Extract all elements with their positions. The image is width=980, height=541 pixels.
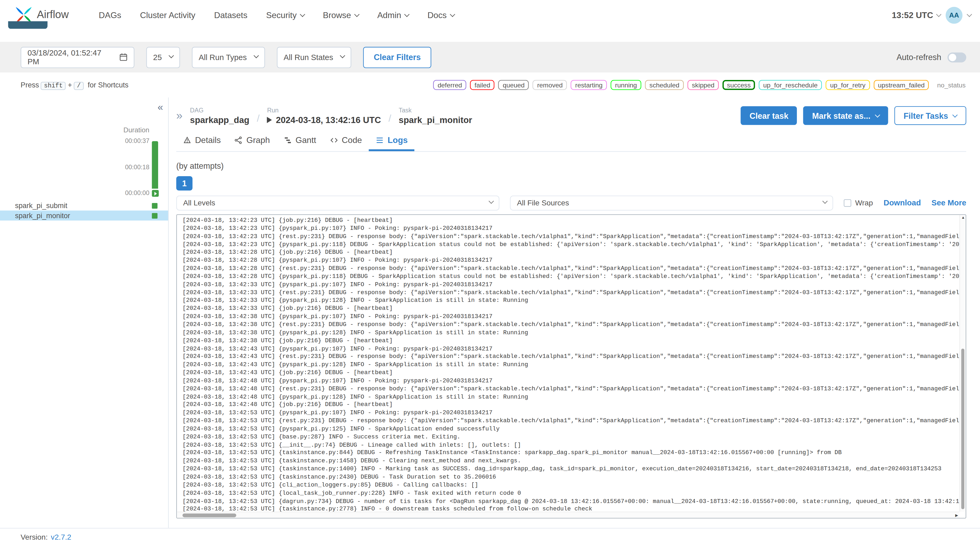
nav-item-label: Security [266, 10, 297, 20]
nav-item[interactable]: Datasets [214, 10, 247, 20]
chevron-down-icon [936, 11, 942, 17]
clock-dropdown[interactable]: 13:52 UTC [892, 10, 940, 20]
status-badge[interactable]: queued [498, 80, 529, 90]
run-states-select[interactable]: All Run States [277, 46, 351, 68]
log-line: [2024-03-18, 13:42:53 UTC] {taskinstance… [183, 474, 959, 482]
log-line: [2024-03-18, 13:42:53 UTC] {pyspark_pi.p… [183, 425, 959, 433]
version-link[interactable]: v2.7.2 [51, 533, 71, 541]
calendar-icon [119, 53, 127, 61]
see-more-link[interactable]: See More [932, 199, 966, 207]
log-line: [2024-03-18, 13:42:53 UTC] {taskinstance… [183, 449, 959, 457]
nav-item[interactable]: DAGs [99, 10, 121, 20]
task-name-link[interactable]: spark_pi_monitor [399, 115, 472, 125]
chevron-down-icon[interactable] [967, 11, 972, 17]
status-badge[interactable]: success [723, 80, 755, 90]
shortcut-plus: + [68, 81, 72, 88]
scroll-up-arrow-icon[interactable]: ▲ [960, 215, 966, 219]
run-states-value: All Run States [283, 53, 333, 62]
log-line: [2024-03-18, 13:42:53 UTC] {pyspark_pi.p… [183, 409, 959, 417]
vertical-scrollbar[interactable]: ▲ [959, 215, 966, 512]
base-date-input[interactable]: 03/18/2024, 01:52:47 PM [21, 46, 135, 68]
gantt-icon [283, 136, 292, 145]
tab-code[interactable]: Code [323, 131, 369, 151]
task-status-square[interactable] [152, 213, 158, 218]
run-name-link[interactable]: 2024-03-18, 13:42:16 UTC [267, 115, 381, 125]
run-label: Run [267, 107, 381, 114]
status-badge[interactable]: up_for_retry [826, 80, 870, 90]
filter-bar: 03/18/2024, 01:52:47 PM 25 All Run Types… [0, 42, 980, 73]
nav-item-label: Datasets [214, 10, 247, 20]
task-name: spark_pi_monitor [0, 212, 70, 219]
tab-gantt-label: Gantt [296, 135, 316, 145]
log-levels-value: All Levels [183, 199, 215, 207]
breadcrumb-task: Task spark_pi_monitor [399, 107, 472, 125]
horizontal-scrollbar[interactable]: ▶ [177, 512, 959, 518]
tab-graph[interactable]: Graph [228, 131, 277, 151]
cropped-button-fragment[interactable] [8, 21, 48, 29]
status-badge[interactable]: skipped [687, 80, 719, 90]
dag-run-duration-bar[interactable] [152, 141, 158, 189]
status-badge[interactable]: removed [533, 80, 567, 90]
tab-gantt[interactable]: Gantt [277, 131, 323, 151]
task-status-square[interactable] [152, 203, 158, 208]
nav-item[interactable]: Docs [427, 10, 454, 20]
status-badge[interactable]: deferred [433, 80, 466, 90]
mark-state-as-button[interactable]: Mark state as... [803, 106, 888, 125]
status-badge[interactable]: failed [470, 80, 495, 90]
log-line: [2024-03-18, 13:42:38 UTC] {rest.py:231}… [183, 321, 959, 329]
log-line: [2024-03-18, 13:42:43 UTC] {pyspark_pi.p… [183, 345, 959, 353]
tab-logs[interactable]: Logs [369, 131, 415, 151]
download-link[interactable]: Download [883, 199, 921, 207]
clear-task-button[interactable]: Clear task [741, 106, 797, 125]
filter-tasks-label: Filter Tasks [904, 111, 948, 120]
page-size-select[interactable]: 25 [146, 46, 180, 68]
expand-panel-button[interactable]: » [176, 110, 183, 121]
code-icon [330, 136, 338, 145]
log-line: [2024-03-18, 13:42:28 UTC] {pyspark_pi.p… [183, 273, 959, 281]
scroll-right-arrow-icon[interactable]: ▶ [955, 513, 958, 517]
log-line: [2024-03-18, 13:42:28 UTC] {pyspark_pi.p… [183, 257, 959, 265]
attempt-1-button[interactable]: 1 [176, 176, 192, 191]
log-lines: [2024-03-18, 13:42:23 UTC] {job.py:216} … [177, 215, 959, 512]
task-row[interactable]: spark_pi_submit [0, 200, 168, 211]
clear-filters-button[interactable]: Clear Filters [363, 46, 431, 68]
run-types-select[interactable]: All Run Types [192, 46, 265, 68]
nav-item[interactable]: Security [266, 10, 304, 20]
page-size-value: 25 [153, 53, 162, 62]
status-badge[interactable]: upstream_failed [874, 80, 929, 90]
by-attempts-label: (by attempts) [176, 161, 966, 170]
auto-refresh-toggle[interactable] [948, 52, 966, 62]
vertical-scrollbar-thumb[interactable] [961, 348, 964, 509]
mark-state-label: Mark state as... [812, 111, 870, 120]
dag-run-status-square[interactable] [152, 190, 159, 197]
status-badge[interactable]: scheduled [645, 80, 684, 90]
task-label: Task [399, 107, 472, 114]
file-sources-select[interactable]: All File Sources [510, 196, 833, 210]
log-line: [2024-03-18, 13:42:48 UTC] {pyspark_pi.p… [183, 393, 959, 401]
status-badge[interactable]: running [611, 80, 641, 90]
run-duration-chart: Duration 00:00:37 00:00:18 00:00:00 [0, 97, 168, 200]
slash-key: / [74, 81, 84, 90]
content: « Duration 00:00:37 00:00:18 00:00:00 sp… [0, 97, 980, 528]
dag-name-link[interactable]: sparkapp_dag [190, 115, 249, 125]
status-badge[interactable]: restarting [571, 80, 607, 90]
nav-item[interactable]: Admin [377, 10, 409, 20]
status-badge[interactable]: no_status [933, 80, 966, 90]
nav-item[interactable]: Browse [323, 10, 359, 20]
nav-item-label: DAGs [99, 10, 121, 20]
tab-details[interactable]: Details [176, 131, 228, 151]
breadcrumb-run: Run 2024-03-18, 13:42:16 UTC [267, 107, 381, 125]
log-line: [2024-03-18, 13:42:43 UTC] {pyspark_pi.p… [183, 361, 959, 369]
navbar-right: 13:52 UTC AA [892, 6, 971, 23]
filter-tasks-button[interactable]: Filter Tasks [894, 106, 966, 125]
horizontal-scrollbar-thumb[interactable] [183, 514, 236, 517]
chevron-down-icon [450, 11, 455, 17]
log-levels-select[interactable]: All Levels [176, 196, 500, 210]
wrap-checkbox[interactable] [844, 199, 851, 207]
task-row[interactable]: spark_pi_monitor [0, 210, 168, 221]
status-badge[interactable]: up_for_reschedule [759, 80, 822, 90]
nav-item-label: Admin [377, 10, 401, 20]
avatar[interactable]: AA [946, 6, 963, 23]
nav-item[interactable]: Cluster Activity [140, 10, 196, 20]
file-sources-value: All File Sources [517, 199, 569, 207]
